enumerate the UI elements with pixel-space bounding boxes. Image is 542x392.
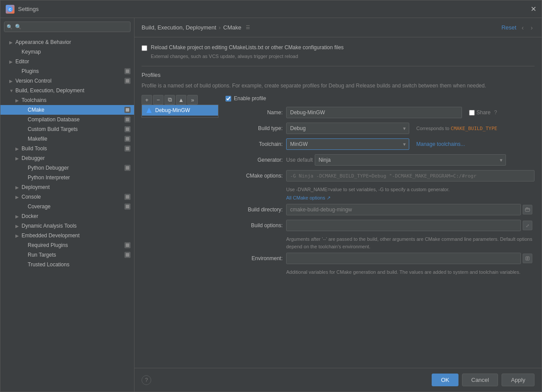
sidebar-item-keymap[interactable]: Keymap xyxy=(0,47,134,57)
title-bar: C Settings ✕ xyxy=(0,0,542,18)
sidebar-item-deployment[interactable]: ▶ Deployment xyxy=(0,182,134,192)
search-box: 🔍 xyxy=(4,22,131,32)
sidebar-item-appearance[interactable]: ▶ Appearance & Behavior xyxy=(0,37,134,47)
svg-rect-12 xyxy=(126,243,129,247)
environment-label: Environment: xyxy=(226,255,283,261)
sidebar-item-docker[interactable]: ▶ Docker xyxy=(0,211,134,221)
nav-forward-button[interactable]: › xyxy=(529,23,535,32)
enable-profile-label: Enable profile xyxy=(234,95,266,102)
sidebar-item-console[interactable]: ▶ Console xyxy=(0,192,134,202)
build-type-select[interactable]: Debug Release RelWithDebInfo MinSizeRel xyxy=(286,123,409,134)
sidebar-item-cmake[interactable]: CMake xyxy=(0,105,134,115)
sidebar-item-label: Docker xyxy=(22,213,131,219)
sidebar-item-compilation-database[interactable]: Compilation Database xyxy=(0,115,134,124)
reload-checkbox-row: Reload CMake project on editing CMakeLis… xyxy=(142,44,535,51)
cmake-options-input[interactable] xyxy=(286,170,535,181)
sidebar-item-coverage[interactable]: Coverage xyxy=(0,202,134,211)
cancel-button[interactable]: Cancel xyxy=(462,374,498,386)
cmake-options-label: CMake options: xyxy=(226,173,283,179)
build-options-hint: Arguments after '--' are passed to the b… xyxy=(286,236,535,250)
name-input[interactable] xyxy=(286,107,462,118)
badge-icon xyxy=(124,107,131,113)
profile-item[interactable]: Debug-MinGW xyxy=(142,105,218,116)
build-directory-input[interactable] xyxy=(286,204,521,215)
sidebar-item-editor[interactable]: ▶ Editor xyxy=(0,57,134,66)
sidebar-item-build-exec-deploy[interactable]: ▼ Build, Execution, Deployment xyxy=(0,86,134,95)
breadcrumb-cmake: CMake xyxy=(223,24,241,31)
nav-back-button[interactable]: ‹ xyxy=(520,23,526,32)
reload-section: Reload CMake project on editing CMakeLis… xyxy=(142,44,535,59)
sidebar-item-embedded-development[interactable]: ▶ Embedded Development xyxy=(0,231,134,240)
build-type-row: Build type: Debug Release RelWithDebInfo… xyxy=(226,123,535,134)
share-label: Share xyxy=(477,109,491,116)
environment-edit-button[interactable] xyxy=(523,254,532,263)
expand-arrow: ▶ xyxy=(9,79,15,83)
expand-arrow: ▼ xyxy=(9,88,15,93)
close-button[interactable]: ✕ xyxy=(531,5,536,13)
breadcrumb-separator: › xyxy=(219,25,221,31)
sidebar-item-python-debugger[interactable]: Python Debugger xyxy=(0,163,134,173)
badge-icon xyxy=(124,116,131,123)
enable-profile-checkbox[interactable] xyxy=(226,96,231,102)
sidebar-item-required-plugins[interactable]: Required Plugins xyxy=(0,240,134,250)
sidebar-item-build-tools[interactable]: ▶ Build Tools xyxy=(0,144,134,153)
sidebar-tree: ▶ Appearance & Behavior Keymap ▶ Editor … xyxy=(0,36,134,392)
sidebar-item-dynamic-analysis-tools[interactable]: ▶ Dynamic Analysis Tools xyxy=(0,221,134,231)
sidebar-item-toolchains[interactable]: ▶ Toolchains xyxy=(0,95,134,105)
profile-form: Enable profile Name: Debug-MinGW Share ? xyxy=(226,95,535,279)
toolchain-select[interactable]: MinGW Default xyxy=(286,138,409,150)
sidebar-item-run-targets[interactable]: Run Targets xyxy=(0,250,134,260)
generator-control: Use default Ninja Make Ninja Multi-Confi… xyxy=(286,154,506,166)
build-options-row: Build options: ⤢ xyxy=(226,220,535,231)
profiles-left-panel: + − ⧉ ▲ » xyxy=(142,95,218,279)
build-options-expand-button[interactable]: ⤢ xyxy=(523,221,532,230)
header-actions: Reset ‹ › xyxy=(502,23,535,32)
sidebar-item-python-interpreter[interactable]: Python Interpreter xyxy=(0,173,134,182)
reload-checkbox[interactable] xyxy=(142,45,147,51)
badge-icon xyxy=(124,203,131,210)
name-row: Name: Debug-MinGW Share ? xyxy=(226,107,535,118)
ok-button[interactable]: OK xyxy=(432,374,458,386)
copy-profile-button[interactable]: ⧉ xyxy=(164,95,175,105)
sidebar-item-makefile[interactable]: Makefile xyxy=(0,134,134,144)
sidebar-item-label: Makefile xyxy=(28,136,123,142)
svg-rect-10 xyxy=(126,195,129,199)
toolchain-label: Toolchain: xyxy=(226,141,283,147)
sidebar-item-version-control[interactable]: ▶ Version Control xyxy=(0,76,134,86)
badge-icon xyxy=(124,242,131,248)
profile-toolbar: + − ⧉ ▲ » xyxy=(142,95,218,105)
sidebar-item-plugins[interactable]: Plugins xyxy=(0,66,134,76)
main-content: 🔍 ▶ Appearance & Behavior Keymap ▶ Edito xyxy=(0,18,542,392)
svg-rect-9 xyxy=(126,166,129,170)
badge-icon xyxy=(124,194,131,200)
expand-arrow: ▶ xyxy=(15,224,22,229)
build-directory-row: Build directory: cmake-build-debug-mingw xyxy=(226,204,535,215)
remove-profile-button[interactable]: − xyxy=(153,95,164,105)
help-icon[interactable]: ? xyxy=(494,109,497,116)
enable-profile-row: Enable profile xyxy=(226,95,535,102)
expand-arrow: ▶ xyxy=(15,185,22,190)
all-cmake-options-link[interactable]: All CMake options ↗ xyxy=(286,195,331,200)
manage-toolchains-link[interactable]: Manage toolchains... xyxy=(416,141,465,147)
apply-button[interactable]: Apply xyxy=(502,374,535,386)
reset-button[interactable]: Reset xyxy=(502,24,517,31)
help-button[interactable]: ? xyxy=(142,375,151,385)
breadcrumb-menu-icon[interactable]: ☰ xyxy=(246,25,250,30)
sidebar-item-label: Appearance & Behavior xyxy=(15,39,131,45)
generator-prefix: Use default xyxy=(286,157,313,163)
share-checkbox[interactable] xyxy=(469,110,475,116)
build-options-input[interactable] xyxy=(286,220,521,231)
generator-select[interactable]: Ninja Make Ninja Multi-Config xyxy=(315,154,506,166)
search-input[interactable] xyxy=(4,22,131,32)
sidebar-item-label: Custom Build Targets xyxy=(28,126,123,132)
add-profile-button[interactable]: + xyxy=(142,95,152,105)
move-up-profile-button[interactable]: ▲ xyxy=(176,95,186,105)
more-profile-button[interactable]: » xyxy=(187,95,198,105)
sidebar-item-trusted-locations[interactable]: Trusted Locations xyxy=(0,260,134,269)
panel-body: Reload CMake project on editing CMakeLis… xyxy=(135,37,542,368)
sidebar-item-debugger[interactable]: ▶ Debugger xyxy=(0,153,134,163)
environment-input[interactable] xyxy=(286,253,521,264)
browse-directory-button[interactable] xyxy=(523,205,532,214)
sidebar-item-label: Trusted Locations xyxy=(28,261,131,268)
sidebar-item-custom-build-targets[interactable]: Custom Build Targets xyxy=(0,124,134,134)
